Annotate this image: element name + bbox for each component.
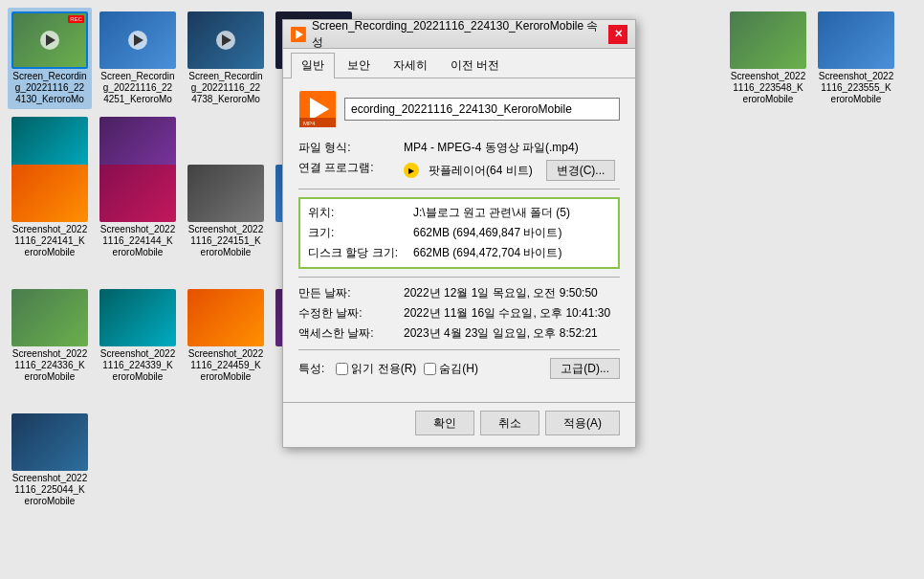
- change-program-button[interactable]: 변경(C)...: [546, 160, 616, 181]
- accessed-label: 액세스한 날짜:: [298, 325, 404, 342]
- file-item-11[interactable]: Screenshot_20221116_224151_KeroroMobile: [184, 161, 268, 262]
- tab-security[interactable]: 보안: [337, 53, 381, 78]
- dates-section: 만든 날짜: 2022년 12월 1일 목요일, 오전 9:50:50 수정한 …: [298, 285, 620, 342]
- location-label: 위치:: [308, 205, 413, 221]
- file-thumbnail-2: [99, 11, 176, 69]
- attr-label: 특성:: [298, 361, 324, 377]
- advanced-button[interactable]: 고급(D)...: [550, 358, 620, 379]
- file-label-5: Screenshot_20221116_223548_KeroroMobile: [731, 71, 805, 105]
- modified-value: 2022년 11월 16일 수요일, 오후 10:41:30: [404, 305, 610, 322]
- tab-prev-version[interactable]: 이전 버전: [440, 53, 510, 78]
- filename-row: MP4: [298, 90, 620, 128]
- file-label-17: Screenshot_20221116_225044_KeroroMobile: [12, 473, 87, 507]
- file-label-1: Screen_Recording_20221116_224130_KeroroM…: [12, 71, 86, 105]
- location-value: J:\블로그 원고 관련\새 폴더 (5): [413, 205, 570, 221]
- dialog-content: MP4 파일 형식: MP4 - MPEG-4 동영상 파일(.mp4) 연결 …: [283, 78, 635, 402]
- program-value: ▶ 팟플레이어(64 비트) 변경(C)...: [404, 160, 615, 181]
- ok-button[interactable]: 확인: [415, 411, 474, 435]
- file-item-9[interactable]: Screenshot_20221116_224141_KeroroMobile: [8, 161, 92, 262]
- file-thumbnail-6: [818, 11, 894, 69]
- modified-label: 수정한 날짜:: [298, 305, 404, 322]
- divider-3: [298, 349, 620, 350]
- file-thumbnail-3: [187, 11, 264, 69]
- dialog-title-left: Screen_Recording_20221116_224130_KeroroM…: [291, 18, 608, 51]
- file-item-6[interactable]: Screenshot_20221116_223555_KeroroMobile: [814, 8, 898, 109]
- accessed-row: 액세스한 날짜: 2023년 4월 23일 일요일, 오후 8:52:21: [298, 325, 620, 342]
- file-label-9: Screenshot_20221116_224141_KeroroMobile: [12, 224, 87, 258]
- program-name: 팟플레이어(64 비트): [429, 163, 533, 179]
- program-label: 연결 프로그램:: [298, 160, 404, 181]
- created-value: 2022년 12월 1일 목요일, 오전 9:50:50: [404, 285, 598, 301]
- file-thumbnail-9: [11, 165, 88, 222]
- file-item-10[interactable]: Screenshot_20221116_224144_KeroroMobile: [96, 161, 180, 262]
- desktop: REC Screen_Recording_20221116_224130_Ker…: [0, 0, 924, 579]
- file-item-17[interactable]: Screenshot_20221116_225044_KeroroMobile: [8, 410, 92, 511]
- filetype-section: 파일 형식: MP4 - MPEG-4 동영상 파일(.mp4) 연결 프로그램…: [298, 140, 620, 181]
- disk-size-value: 662MB (694,472,704 바이트): [413, 245, 561, 261]
- file-thumbnail-11: [187, 165, 264, 222]
- file-label-2: Screen_Recording_20221116_224251_KeroroM…: [100, 71, 174, 105]
- hidden-checkbox-label[interactable]: 숨김(H): [424, 361, 478, 377]
- file-icon-large: MP4: [298, 90, 337, 128]
- divider-2: [298, 277, 620, 278]
- file-item-15[interactable]: Screenshot_20221116_224459_KeroroMobile: [184, 285, 268, 387]
- filetype-label: 파일 형식:: [298, 140, 404, 156]
- hidden-label: 숨김(H): [439, 361, 478, 377]
- size-row: 크기: 662MB (694,469,847 바이트): [308, 225, 610, 241]
- filename-input[interactable]: [344, 98, 620, 121]
- dialog-tabs: 일반 보안 자세히 이전 버전: [283, 49, 635, 78]
- file-item-5[interactable]: Screenshot_20221116_223548_KeroroMobile: [726, 8, 810, 109]
- file-label-10: Screenshot_20221116_224144_KeroroMobile: [100, 224, 175, 258]
- program-icon: ▶: [404, 163, 419, 178]
- properties-dialog: Screen_Recording_20221116_224130_KeroroM…: [282, 19, 636, 448]
- svg-text:MP4: MP4: [303, 121, 316, 126]
- readonly-label: 읽기 전용(R): [351, 361, 416, 377]
- file-label-14: Screenshot_20221116_224339_KeroroMobile: [100, 348, 175, 383]
- disk-size-row: 디스크 할당 크기: 662MB (694,472,704 바이트): [308, 245, 610, 261]
- file-thumbnail-1: REC: [11, 11, 88, 69]
- file-item-1[interactable]: REC Screen_Recording_20221116_224130_Ker…: [8, 8, 92, 109]
- cancel-button[interactable]: 취소: [480, 411, 539, 435]
- created-row: 만든 날짜: 2022년 12월 1일 목요일, 오전 9:50:50: [298, 285, 620, 301]
- file-label-6: Screenshot_20221116_223555_KeroroMobile: [819, 71, 893, 105]
- created-label: 만든 날짜:: [298, 285, 404, 301]
- file-thumbnail-17: [11, 413, 88, 471]
- file-label-3: Screen_Recording_20221116_224738_KeroroM…: [188, 71, 262, 105]
- tab-detail[interactable]: 자세히: [383, 53, 438, 78]
- file-item-14[interactable]: Screenshot_20221116_224339_KeroroMobile: [96, 285, 180, 387]
- file-item-13[interactable]: Screenshot_20221116_224336_KeroroMobile: [8, 285, 92, 387]
- disk-size-label: 디스크 할당 크기:: [308, 245, 413, 261]
- size-label: 크기:: [308, 225, 413, 241]
- file-thumbnail-14: [99, 289, 176, 346]
- video-icon-large: MP4: [299, 91, 336, 127]
- file-item-3[interactable]: Screen_Recording_20221116_224738_KeroroM…: [184, 8, 268, 109]
- location-row: 위치: J:\블로그 원고 관련\새 폴더 (5): [308, 205, 610, 221]
- file-thumbnail-10: [99, 165, 176, 222]
- hidden-checkbox[interactable]: [424, 363, 436, 375]
- readonly-checkbox-label[interactable]: 읽기 전용(R): [336, 361, 416, 377]
- file-thumbnail-5: [730, 11, 806, 69]
- apply-button[interactable]: 적용(A): [545, 411, 620, 435]
- size-value: 662MB (694,469,847 바이트): [413, 225, 561, 241]
- tab-general[interactable]: 일반: [291, 53, 335, 78]
- attributes-section: 특성: 읽기 전용(R) 숨김(H) 고급(D)...: [298, 358, 620, 379]
- location-size-box: 위치: J:\블로그 원고 관련\새 폴더 (5) 크기: 662MB (694…: [298, 197, 620, 269]
- dialog-titlebar: Screen_Recording_20221116_224130_KeroroM…: [283, 20, 635, 49]
- file-label-13: Screenshot_20221116_224336_KeroroMobile: [12, 348, 87, 383]
- divider-1: [298, 189, 620, 189]
- readonly-checkbox[interactable]: [336, 363, 348, 375]
- file-item-2[interactable]: Screen_Recording_20221116_224251_KeroroM…: [96, 8, 180, 109]
- dialog-close-button[interactable]: ✕: [608, 25, 627, 44]
- program-row: 연결 프로그램: ▶ 팟플레이어(64 비트) 변경(C)...: [298, 160, 620, 181]
- filetype-row: 파일 형식: MP4 - MPEG-4 동영상 파일(.mp4): [298, 140, 620, 156]
- dialog-title-text: Screen_Recording_20221116_224130_KeroroM…: [312, 18, 608, 51]
- file-thumbnail-15: [187, 289, 264, 346]
- file-thumbnail-13: [11, 289, 88, 346]
- modified-row: 수정한 날짜: 2022년 11월 16일 수요일, 오후 10:41:30: [298, 305, 620, 322]
- video-file-icon: [291, 27, 306, 42]
- filetype-value: MP4 - MPEG-4 동영상 파일(.mp4): [404, 140, 579, 156]
- file-label-11: Screenshot_20221116_224151_KeroroMobile: [188, 224, 263, 258]
- dialog-footer: 확인 취소 적용(A): [283, 402, 635, 447]
- accessed-value: 2023년 4월 23일 일요일, 오후 8:52:21: [404, 325, 598, 342]
- file-label-15: Screenshot_20221116_224459_KeroroMobile: [188, 348, 263, 383]
